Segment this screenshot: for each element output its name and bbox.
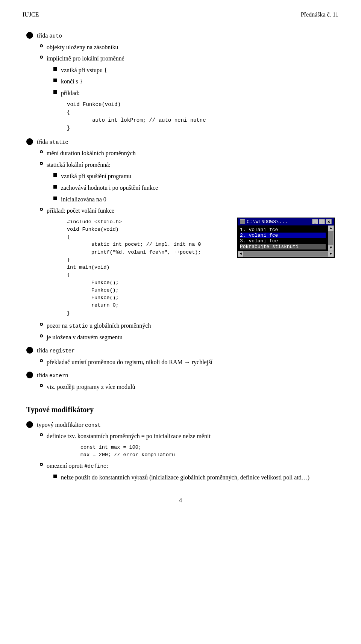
- bullet-sq-s3: [53, 197, 57, 200]
- bullet-sq-c1: [53, 475, 57, 478]
- list-item-static: třída static: [26, 137, 335, 147]
- auto-sub3-text: vzniká při vstupu {: [61, 65, 335, 75]
- const-sq1-text: nelze použít do konstantních výrazů (ini…: [61, 473, 335, 482]
- static-inline: static: [69, 323, 88, 329]
- win-maximize-button[interactable]: □: [319, 219, 325, 224]
- register-sub1-text: překladač umístí proměnnou do registru, …: [47, 357, 335, 367]
- static-sub2: statická lokální proměnná:: [26, 160, 335, 170]
- win-title-icon: [240, 219, 245, 224]
- auto-code-block: void Funkce(void) { auto int lokProm; //…: [26, 100, 335, 133]
- const-label-before: typový modifikátor: [37, 422, 85, 428]
- list-item-auto: třída auto: [26, 31, 335, 41]
- static-sq1-text: vzniká při spuštění programu: [61, 171, 335, 181]
- static-example-text: příklad: počet volání funkce: [47, 206, 335, 216]
- o-bullet-1: [40, 44, 43, 47]
- screenshot-column: C:\WINDOWS\... _ □ ✕ 1. volani fce 2. vo…: [237, 218, 335, 258]
- win-scroll-up[interactable]: ▲: [328, 225, 334, 231]
- register-sub1: překladač umístí proměnnou do registru, …: [26, 357, 335, 367]
- o-bullet-s3: [40, 208, 43, 211]
- win-line2: 2. volani fce: [240, 233, 326, 238]
- auto-sub1: objekty uloženy na zásobníku: [26, 42, 335, 52]
- static-keyword: static: [49, 139, 68, 145]
- code-column: #include <stdio.h> void Funkce(void) { s…: [67, 218, 229, 318]
- win-hscroll-track: [244, 251, 328, 257]
- static-item-content: třída static: [37, 137, 335, 147]
- static-sub2-text: statická lokální proměnná:: [47, 160, 335, 170]
- extern-sub1: viz. později programy z více modulů: [26, 382, 335, 392]
- win-scroll-down[interactable]: ▼: [328, 245, 334, 251]
- bullet-disc-register: [26, 347, 33, 354]
- win-title-text: C:\WINDOWS\...: [247, 219, 288, 225]
- const-sub1-text: definice tzv. konstantních proměnných = …: [47, 431, 335, 441]
- const-code-block: const int max = 100; max = 200; // error…: [26, 443, 335, 460]
- extern-sub1-text: viz. později programy z více modulů: [47, 382, 335, 392]
- win-titlebar-buttons: _ □ ✕: [312, 219, 332, 224]
- extern-item-content: třída extern: [37, 370, 335, 380]
- header-left: IUJCE: [23, 11, 39, 18]
- bullet-disc-extern: [26, 372, 33, 378]
- extern-keyword: extern: [49, 373, 68, 379]
- bullet-sq-3: [53, 90, 57, 94]
- typove-modifikatory-heading: Typové modifikátory: [26, 405, 335, 414]
- win-titlebar-left: C:\WINDOWS\...: [240, 219, 288, 225]
- win-titlebar: C:\WINDOWS\... _ □ ✕: [238, 218, 334, 225]
- o-bullet-r1: [40, 359, 43, 362]
- win-scrollbar-area: 1. volani fce 2. volani fce 3. volani fc…: [238, 225, 334, 251]
- o-bullet-2: [40, 56, 43, 59]
- bullet-disc-static: [26, 138, 33, 145]
- static-after1-text: pozor na static u globálních proměnných: [47, 321, 335, 331]
- bullet-sq-2: [53, 79, 57, 82]
- auto-sub1-text: objekty uloženy na zásobníku: [47, 42, 335, 52]
- code-screenshot-row: #include <stdio.h> void Funkce(void) { s…: [26, 218, 335, 318]
- extern-label-before: třída: [37, 372, 49, 378]
- const-item-content: typový modifikátor const: [37, 420, 335, 430]
- static-sq2-text: zachovává hodnotu i po opuštění funkce: [61, 183, 335, 193]
- win-screenshot: C:\WINDOWS\... _ □ ✕ 1. volani fce 2. vo…: [237, 218, 335, 258]
- static-code: #include <stdio.h> void Funkce(void) { s…: [67, 218, 229, 318]
- static-after2-text: je uložena v datovém segmentu: [47, 333, 335, 342]
- win-close-button[interactable]: ✕: [326, 219, 332, 224]
- const-sq1: nelze použít do konstantních výrazů (ini…: [26, 473, 335, 482]
- win-line3: 3. volani fce: [240, 238, 326, 244]
- o-bullet-s1: [40, 150, 43, 153]
- auto-sub2-text: implicitně pro lokální proměnné: [47, 54, 335, 63]
- bullet-sq-1: [53, 67, 57, 71]
- static-sq3: inicializována na 0: [26, 195, 335, 204]
- const-sub2-text: omezení oproti #define:: [47, 461, 335, 471]
- auto-code: void Funkce(void) { auto int lokProm; //…: [67, 100, 335, 133]
- auto-sub5-text: příklad:: [61, 88, 335, 98]
- static-sq1: vzniká při spuštění programu: [26, 171, 335, 181]
- o-bullet-e1: [40, 384, 43, 387]
- header-right: Přednáška č. 11: [301, 11, 338, 18]
- auto-sub2: implicitně pro lokální proměnné: [26, 54, 335, 63]
- register-item-content: třída register: [37, 346, 335, 355]
- win-minimize-button[interactable]: _: [312, 219, 318, 224]
- auto-label-before: třída: [37, 32, 49, 39]
- define-keyword: #define: [84, 463, 106, 469]
- bullet-sq-s1: [53, 173, 57, 177]
- o-bullet-c1: [40, 433, 43, 436]
- auto-sub3: vzniká při vstupu {: [26, 65, 335, 75]
- o-bullet-c2: [40, 463, 43, 466]
- win-line1: 1. volani fce: [240, 227, 326, 233]
- win-hscroll-right[interactable]: ►: [328, 251, 334, 257]
- register-label-before: třída: [37, 347, 49, 354]
- bullet-sq-s2: [53, 185, 57, 189]
- list-item-extern: třída extern: [26, 370, 335, 380]
- o-bullet-sa2: [40, 334, 43, 337]
- const-keyword: const: [85, 422, 101, 428]
- win-hscroll-left[interactable]: ◄: [238, 251, 244, 257]
- win-scrollbar: ▲ ▼: [328, 225, 334, 251]
- auto-sub4: končí s }: [26, 77, 335, 86]
- const-sub1: definice tzv. konstantních proměnných = …: [26, 431, 335, 441]
- bullet-disc-auto: [26, 32, 33, 39]
- win-hscrollbar: ◄ ►: [238, 251, 334, 257]
- bullet-disc-const: [26, 421, 33, 428]
- const-sub2: omezení oproti #define:: [26, 461, 335, 471]
- static-label-before: třída: [37, 139, 49, 145]
- o-bullet-sa1: [40, 323, 43, 326]
- win-line4: Pokračujte stisknutí: [240, 244, 326, 249]
- page-number: 4: [23, 497, 338, 504]
- auto-sub5: příklad:: [26, 88, 335, 98]
- static-sq3-text: inicializována na 0: [61, 195, 335, 204]
